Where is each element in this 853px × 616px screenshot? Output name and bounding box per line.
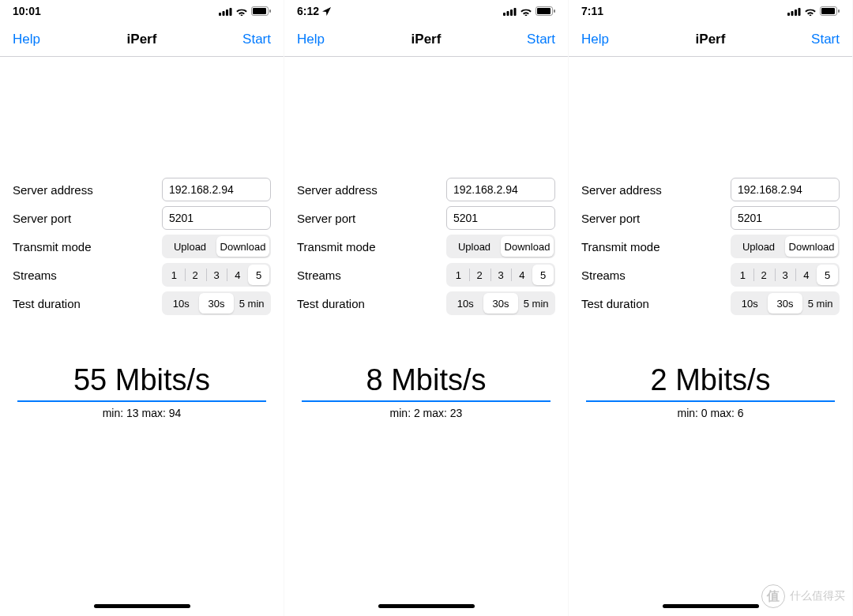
streams-3[interactable]: 3 xyxy=(206,265,227,285)
wifi-icon xyxy=(520,7,532,16)
duration-10s[interactable]: 10s xyxy=(163,293,199,314)
server-port-input[interactable] xyxy=(731,206,840,230)
result-headline: 55 Mbits/s xyxy=(17,363,266,402)
duration-5min[interactable]: 5 min xyxy=(234,293,269,314)
duration-5min[interactable]: 5 min xyxy=(518,293,554,314)
streams-3[interactable]: 3 xyxy=(490,265,512,285)
svg-rect-14 xyxy=(787,13,790,16)
streams-2[interactable]: 2 xyxy=(185,265,206,285)
transmit-mode-label: Transmit mode xyxy=(581,240,659,254)
streams-label: Streams xyxy=(297,269,341,282)
result-block: 2 Mbits/s min: 0 max: 6 xyxy=(581,363,840,419)
server-port-label: Server port xyxy=(581,212,640,225)
streams-5[interactable]: 5 xyxy=(248,265,269,285)
status-icons xyxy=(787,6,840,16)
streams-4[interactable]: 4 xyxy=(795,265,817,285)
svg-rect-1 xyxy=(223,11,225,16)
transmit-mode-segment[interactable]: Upload Download xyxy=(731,235,840,258)
battery-icon xyxy=(251,6,271,16)
help-button[interactable]: Help xyxy=(297,32,325,47)
server-port-input[interactable] xyxy=(446,206,555,230)
server-address-input[interactable] xyxy=(446,178,555,201)
svg-rect-0 xyxy=(219,13,221,16)
streams-3[interactable]: 3 xyxy=(775,265,796,285)
duration-label: Test duration xyxy=(297,297,365,310)
streams-segment[interactable]: 1 2 3 4 5 xyxy=(162,263,271,287)
streams-segment[interactable]: 1 2 3 4 5 xyxy=(446,263,555,287)
streams-1[interactable]: 1 xyxy=(732,265,753,285)
duration-label: Test duration xyxy=(13,297,81,310)
server-address-input[interactable] xyxy=(731,178,840,201)
server-port-label: Server port xyxy=(13,212,71,225)
svg-rect-17 xyxy=(799,8,801,16)
duration-10s[interactable]: 10s xyxy=(448,293,483,314)
mode-upload[interactable]: Upload xyxy=(448,236,501,257)
svg-rect-8 xyxy=(507,11,509,16)
transmit-mode-label: Transmit mode xyxy=(297,240,375,254)
streams-2[interactable]: 2 xyxy=(469,265,490,285)
cellular-icon xyxy=(503,7,517,16)
server-address-input[interactable] xyxy=(162,178,271,201)
transmit-mode-label: Transmit mode xyxy=(13,240,91,254)
server-address-label: Server address xyxy=(581,183,662,197)
battery-icon xyxy=(535,6,555,16)
status-icons xyxy=(219,6,271,16)
duration-10s[interactable]: 10s xyxy=(732,293,768,314)
screen-2: 6:12 Help iPerf Start Server address Ser… xyxy=(284,0,569,616)
start-button[interactable]: Start xyxy=(811,32,840,47)
cellular-icon xyxy=(787,7,801,16)
transmit-mode-segment[interactable]: Upload Download xyxy=(162,235,271,258)
nav-bar: Help iPerf Start xyxy=(0,22,284,57)
streams-5[interactable]: 5 xyxy=(532,265,554,285)
result-headline: 2 Mbits/s xyxy=(586,363,835,402)
wifi-icon xyxy=(235,7,248,16)
duration-5min[interactable]: 5 min xyxy=(802,293,838,314)
help-button[interactable]: Help xyxy=(581,32,609,47)
streams-1[interactable]: 1 xyxy=(163,265,185,285)
mode-download[interactable]: Download xyxy=(785,236,838,257)
server-port-label: Server port xyxy=(297,212,355,225)
status-time: 7:11 xyxy=(581,5,603,17)
result-block: 55 Mbits/s min: 13 max: 94 xyxy=(13,363,271,419)
nav-bar: Help iPerf Start xyxy=(284,22,568,57)
svg-rect-6 xyxy=(269,9,271,13)
svg-rect-15 xyxy=(791,11,794,16)
status-bar: 10:01 xyxy=(0,0,284,22)
mode-upload[interactable]: Upload xyxy=(163,236,216,257)
duration-30s[interactable]: 30s xyxy=(199,293,235,314)
server-port-input[interactable] xyxy=(162,206,271,230)
svg-rect-3 xyxy=(230,8,232,16)
svg-rect-20 xyxy=(838,9,840,13)
status-time: 10:01 xyxy=(13,5,41,17)
screen-1: 10:01 Help iPerf Start Server address Se… xyxy=(0,0,284,616)
server-address-label: Server address xyxy=(13,183,93,197)
home-indicator xyxy=(663,604,759,608)
svg-rect-9 xyxy=(510,9,513,16)
mode-upload[interactable]: Upload xyxy=(732,236,785,257)
streams-1[interactable]: 1 xyxy=(448,265,469,285)
duration-segment[interactable]: 10s 30s 5 min xyxy=(446,291,555,315)
help-button[interactable]: Help xyxy=(13,32,40,47)
streams-5[interactable]: 5 xyxy=(817,265,838,285)
home-indicator xyxy=(378,604,475,608)
result-sub: min: 2 max: 23 xyxy=(297,407,555,419)
mode-download[interactable]: Download xyxy=(501,236,554,257)
start-button[interactable]: Start xyxy=(242,32,271,47)
streams-segment[interactable]: 1 2 3 4 5 xyxy=(731,263,840,287)
svg-rect-13 xyxy=(554,9,555,13)
location-icon xyxy=(322,7,331,16)
svg-rect-12 xyxy=(537,8,551,14)
duration-30s[interactable]: 30s xyxy=(768,293,803,314)
nav-title: iPerf xyxy=(569,32,852,47)
streams-2[interactable]: 2 xyxy=(753,265,775,285)
screen-3: 7:11 Help iPerf Start Server address Ser… xyxy=(569,0,853,616)
transmit-mode-segment[interactable]: Upload Download xyxy=(446,235,555,258)
duration-30s[interactable]: 30s xyxy=(483,293,519,314)
start-button[interactable]: Start xyxy=(527,32,555,47)
streams-4[interactable]: 4 xyxy=(511,265,532,285)
mode-download[interactable]: Download xyxy=(216,236,269,257)
result-headline: 8 Mbits/s xyxy=(302,363,551,402)
streams-4[interactable]: 4 xyxy=(227,265,248,285)
duration-segment[interactable]: 10s 30s 5 min xyxy=(162,291,271,315)
duration-segment[interactable]: 10s 30s 5 min xyxy=(731,291,840,315)
